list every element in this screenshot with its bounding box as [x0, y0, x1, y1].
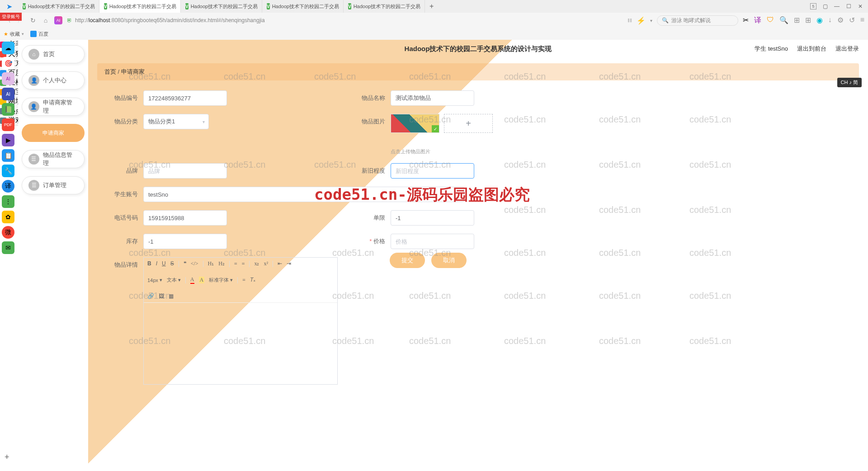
logout-front-button[interactable]: 退出到前台 — [797, 45, 826, 53]
product-name-input[interactable] — [391, 90, 474, 106]
user-label[interactable]: 学生 testSno — [755, 45, 788, 53]
home-button[interactable]: ⌂ — [42, 16, 50, 24]
circle-icon[interactable]: ◉ — [816, 16, 823, 25]
shield-icon: ⛨ — [67, 17, 72, 24]
dock-item[interactable]: PDF — [2, 118, 14, 126]
translate-icon[interactable]: 译 — [754, 16, 761, 25]
category-select[interactable]: 物品分类1▾ — [143, 114, 209, 126]
sidebar: ⌂首页 👤个人中心 👤申请商家管理 申请商家 ☰物品信息管理 ☰订单管理 — [18, 40, 88, 126]
image-label: 物品图片 — [354, 114, 385, 126]
shield-icon[interactable]: 🛡 — [767, 16, 774, 25]
dock-item[interactable]: 🎯 — [2, 57, 14, 70]
logout-button[interactable]: 退出登录 — [835, 45, 859, 53]
vue-icon: V — [104, 3, 107, 9]
tab-count-badge[interactable]: 5 — [810, 3, 816, 9]
vue-icon: V — [267, 3, 270, 9]
sidebar-item-home[interactable]: ⌂首页 — [22, 45, 85, 63]
browser-logo-icon: ➤ — [6, 2, 12, 11]
bookmark-item[interactable]: 百度 — [30, 31, 48, 38]
gear-icon[interactable]: ⚙ — [837, 16, 844, 25]
home-icon: ⌂ — [28, 49, 39, 60]
baidu-icon — [30, 31, 37, 37]
product-id-label: 物品编号 — [106, 90, 138, 102]
chevron-down-icon[interactable]: ▾ — [650, 18, 652, 23]
merchant-icon: 👤 — [28, 101, 39, 112]
download-icon[interactable]: ↓ — [828, 16, 832, 25]
dock-item[interactable]: 📗 — [2, 103, 14, 116]
user-icon: 👤 — [28, 75, 39, 86]
browser-tabs-bar: ➤ VHadoop技术下的校园二手交易 VHadoop技术下的校园二手交易× V… — [0, 0, 868, 13]
search-input[interactable]: 🔍 游泳 咆哮式解说 — [657, 15, 738, 26]
search-icon: 🔍 — [662, 17, 669, 24]
apps-icon[interactable]: ⊞ — [805, 16, 811, 25]
address-bar: 〈 〉 ↻ ⌂ AI ⛨ http://localhost:8080/sprin… — [0, 13, 868, 28]
flash-icon[interactable]: ⚡ — [637, 16, 646, 25]
barcode-icon[interactable]: ⦀⦀ — [627, 17, 632, 24]
browser-tab[interactable]: VHadoop技术下的校园二手交易 — [181, 0, 262, 13]
ai-icon[interactable]: AI — [54, 16, 62, 24]
dock-item[interactable]: ☁ — [2, 42, 14, 54]
browser-tab[interactable]: VHadoop技术下的校园二手交易 — [262, 0, 344, 13]
breadcrumb-home[interactable]: 首页 — [104, 68, 116, 75]
maximize-button[interactable]: ☐ — [845, 3, 852, 9]
dock-item[interactable]: AI — [2, 88, 14, 100]
close-button[interactable]: ✕ — [857, 3, 863, 9]
sidebar-item-merchant-apply[interactable]: 申请商家 — [22, 124, 85, 126]
puzzle-icon[interactable]: ⊞ — [794, 16, 800, 25]
menu-icon[interactable]: ▢ — [822, 3, 828, 9]
scissors-icon[interactable]: ✂ — [743, 16, 749, 25]
history-icon[interactable]: ↺ — [849, 16, 855, 25]
category-label: 物品分类 — [106, 114, 138, 126]
left-dock: ☁ 🎯 AI AI 📗 PDF ▶ 📋 🔧 译 ⋮ ✿ 微 ✉ — [0, 40, 18, 126]
breadcrumb-current: 申请商家 — [121, 68, 145, 75]
new-tab-button[interactable]: + — [425, 2, 438, 10]
uploaded-image[interactable]: ✓ — [391, 114, 439, 126]
product-id-input[interactable] — [143, 90, 227, 106]
favorites-button[interactable]: ★收藏▾ — [4, 31, 24, 38]
vue-icon: V — [185, 3, 189, 9]
dock-item[interactable]: AI — [2, 72, 14, 85]
url-input[interactable]: ⛨ http://localhost:8080/springbooteq65h/… — [67, 17, 623, 24]
check-icon: ✓ — [432, 125, 439, 126]
menu-icon[interactable]: ≡ — [860, 16, 864, 25]
upload-button[interactable]: + — [444, 114, 493, 126]
page-title: Hadoop技术下的校园二手交易系统的设计与实现 — [405, 45, 552, 53]
bookmarks-bar: ★收藏▾ 百度 — [0, 28, 868, 40]
browser-tab[interactable]: VHadoop技术下的校园二手交易 — [18, 0, 99, 13]
reload-button[interactable]: ↻ — [29, 16, 37, 24]
vue-icon: V — [23, 3, 26, 9]
sidebar-item-profile[interactable]: 👤个人中心 — [22, 71, 85, 89]
search-icon[interactable]: 🔍 — [779, 16, 788, 25]
ime-badge[interactable]: CH ♪ 简 — [837, 78, 862, 87]
sidebar-item-merchant[interactable]: 👤申请商家管理 — [22, 98, 85, 116]
browser-tab[interactable]: VHadoop技术下的校园二手交易 — [344, 0, 425, 13]
minimize-button[interactable]: — — [834, 3, 840, 9]
product-name-label: 物品名称 — [354, 90, 385, 102]
vue-icon: V — [348, 3, 351, 9]
browser-tab-active[interactable]: VHadoop技术下的校园二手交易× — [99, 0, 181, 13]
chevron-down-icon: ▾ — [203, 119, 205, 124]
login-badge[interactable]: 登录账号 — [0, 13, 22, 21]
main-content: Hadoop技术下的校园二手交易系统的设计与实现 学生 testSno 退出到前… — [88, 40, 868, 126]
breadcrumb: 首页 / 申请商家 — [97, 63, 859, 80]
